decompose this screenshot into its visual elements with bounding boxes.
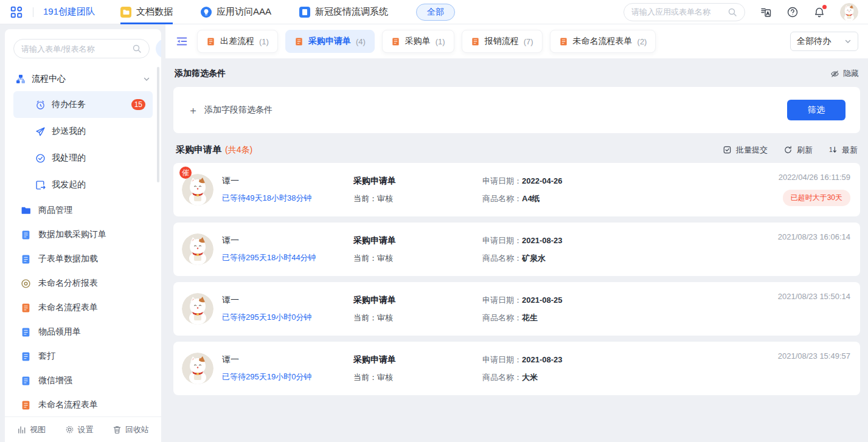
sidebar-search-input[interactable] [21, 44, 128, 54]
global-search-input[interactable] [631, 7, 723, 16]
doc-send-icon [35, 180, 46, 190]
refresh-button[interactable]: 刷新 [783, 145, 813, 156]
flow-form-icon [471, 37, 480, 46]
eye-off-icon [830, 69, 839, 78]
apply-date: 2021-08-23 [522, 236, 563, 245]
sidebar-link-unnamed-flow-form-1[interactable]: 未命名流程表单 [13, 295, 153, 320]
collapse-sidebar-icon[interactable] [175, 35, 189, 48]
gear-icon [65, 425, 74, 434]
hide-filters-button[interactable]: 隐藏 [830, 68, 859, 79]
sidebar-link-goods-mgmt[interactable]: 商品管理 [13, 198, 153, 223]
sidebar-item-started-by-me[interactable]: 我发起的 [13, 171, 153, 198]
topbar: 191创建团队 文档数据 应用访问AAA 新冠疫情流调系统 全部 [0, 0, 868, 24]
task-card[interactable]: 谭一 已等待295天19小时0分钟 采购申请单 当前：审核 申请日期：2021-… [173, 282, 860, 336]
flow-form-icon [21, 400, 31, 410]
urge-badge: 催 [179, 167, 192, 179]
views-button[interactable]: 视图 [17, 424, 46, 435]
flow-form-icon [206, 37, 215, 46]
divider [33, 7, 33, 17]
add-button[interactable]: + [156, 39, 161, 58]
current-step: 当前：审核 [353, 253, 482, 264]
sidebar-search[interactable] [13, 39, 150, 58]
notification-dot [822, 5, 827, 9]
flow-form-icon [391, 37, 400, 46]
todo-count-badge: 15 [131, 99, 145, 110]
list-title: 采购申请单 [176, 144, 221, 156]
sidebar-link-item-requisition[interactable]: 物品领用单 [13, 320, 153, 344]
tab-reimburse-flow[interactable]: 报销流程 (7) [462, 30, 543, 53]
filter-tabstrip: 出差流程 (1) 采购申请单 (4) 采购单 (1) 报销流程 (7) 未命名流… [165, 24, 868, 58]
form-title: 采购申请单 [353, 176, 482, 187]
current-step: 当前：审核 [353, 372, 482, 383]
sidebar-link-unnamed-flow-form-2[interactable]: 未命名流程表单 [13, 393, 153, 417]
refresh-icon [783, 145, 793, 154]
all-apps-pill[interactable]: 全部 [416, 4, 455, 21]
folder-icon [21, 205, 31, 216]
sidebar-item-cc-to-me[interactable]: 抄送我的 [13, 118, 153, 145]
main-area: 出差流程 (1) 采购申请单 (4) 采购单 (1) 报销流程 (7) 未命名流… [165, 24, 868, 442]
batch-submit-button[interactable]: 批量提交 [723, 145, 768, 156]
waiting-duration-link[interactable]: 已等待49天18小时38分钟 [222, 193, 353, 204]
waiting-duration-link[interactable]: 已等待295天19小时0分钟 [222, 312, 353, 323]
current-step: 当前：审核 [353, 193, 482, 204]
svg-text:1: 1 [829, 147, 833, 153]
filter-button[interactable]: 筛选 [787, 100, 845, 120]
sidebar-link-subform-data-load[interactable]: 子表单数据加载 [13, 247, 153, 271]
sidebar-item-todo-tasks[interactable]: 待办任务 15 [13, 91, 153, 118]
recycle-bin-button[interactable]: 回收站 [113, 424, 149, 435]
filter-panel: ＋ 添加字段筛选条件 筛选 [173, 87, 860, 133]
sidebar-link-unnamed-report[interactable]: 未命名分析报表 [13, 271, 153, 295]
applicant-name: 谭一 [222, 176, 353, 187]
sidebar-group-process-center[interactable]: 流程中心 [16, 71, 150, 88]
task-card[interactable]: 谭一 已等待295天19小时0分钟 采购申请单 当前：审核 申请日期：2021-… [173, 342, 860, 395]
sidebar-link-wechat-enhance[interactable]: 微信增强 [13, 368, 153, 393]
flow-form-icon [294, 37, 304, 46]
submit-timestamp: 2021/08/23 16:06:14 [778, 232, 850, 241]
user-avatar[interactable] [840, 3, 858, 21]
team-link[interactable]: 191创建团队 [43, 6, 95, 18]
doc-data-icon [120, 7, 131, 18]
overdue-badge: 已超时大于30天 [783, 190, 850, 206]
check-circle-icon [35, 153, 46, 164]
sidebar-link-data-load-po[interactable]: 数据加载采购订单 [13, 223, 153, 247]
waiting-duration-link[interactable]: 已等待295天18小时44分钟 [222, 252, 353, 263]
topbar-tab-covid-system[interactable]: 新冠疫情流调系统 [299, 0, 388, 24]
topbar-right [623, 3, 858, 21]
applicant-name: 谭一 [222, 295, 353, 306]
avatar [182, 233, 214, 265]
topbar-tab-docs[interactable]: 文档数据 [120, 0, 173, 24]
sort-icon: 1 [828, 145, 838, 154]
waiting-duration-link[interactable]: 已等待295天19小时0分钟 [222, 371, 353, 382]
plus-icon: ＋ [188, 103, 198, 117]
task-card[interactable]: 谭一 已等待295天18小时44分钟 采购申请单 当前：审核 申请日期：2021… [173, 223, 860, 276]
tab-business-trip-flow[interactable]: 出差流程 (1) [197, 30, 278, 53]
app-grid-icon[interactable] [10, 5, 23, 19]
topbar-tab-app-access[interactable]: 应用访问AAA [201, 0, 271, 24]
add-field-condition-button[interactable]: ＋ 添加字段筛选条件 [188, 103, 273, 117]
sidebar-link-print-template[interactable]: 套打 [13, 344, 153, 368]
translate-icon[interactable] [760, 6, 772, 18]
covid-system-icon [299, 7, 310, 18]
sidebar-scrollbar[interactable] [157, 67, 159, 182]
notifications-bell-icon[interactable] [813, 6, 825, 18]
settings-button[interactable]: 设置 [65, 424, 94, 435]
tab-unnamed-flow-form[interactable]: 未命名流程表单 (2) [550, 30, 656, 53]
avatar [182, 353, 214, 384]
form-icon [21, 254, 31, 264]
global-search[interactable] [623, 3, 745, 21]
app-access-icon [201, 7, 212, 18]
flow-form-icon [21, 303, 31, 313]
chevron-down-icon [143, 75, 150, 83]
tab-purchase-request[interactable]: 采购申请单 (4) [285, 30, 375, 53]
bar-chart-icon [17, 425, 26, 434]
paper-plane-icon [35, 126, 46, 137]
scope-select[interactable]: 全部待办 [790, 32, 858, 51]
sort-latest-button[interactable]: 1 最新 [828, 145, 858, 156]
help-icon[interactable] [786, 6, 799, 18]
form-icon [21, 376, 31, 386]
task-card[interactable]: 催 谭一 已等待49天18小时38分钟 采购申请单 当前：审核 申 [173, 163, 860, 216]
sidebar-item-handled-by-me[interactable]: 我处理的 [13, 145, 153, 171]
applicant-name: 谭一 [222, 354, 353, 365]
apply-date: 2022-04-26 [522, 176, 563, 185]
tab-purchase-order[interactable]: 采购单 (1) [382, 30, 454, 53]
